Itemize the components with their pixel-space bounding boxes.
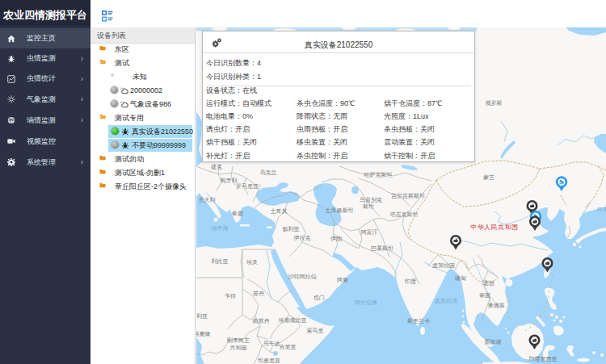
- svg-text:中华人民共和国: 中华人民共和国: [470, 224, 519, 231]
- svg-text:南苏丹: 南苏丹: [253, 318, 270, 324]
- svg-text:沙特阿拉伯: 沙特阿拉伯: [288, 274, 317, 280]
- svg-text:印度尼西亚: 印度尼西亚: [529, 356, 558, 362]
- svg-text:共和国: 共和国: [230, 345, 247, 351]
- svg-text:肯尼亚: 肯尼亚: [280, 344, 297, 349]
- svg-text:斯坦: 斯坦: [363, 203, 374, 209]
- svg-text:乍得: 乍得: [225, 293, 236, 299]
- svg-text:印度: 印度: [405, 278, 416, 285]
- svg-text:阿曼: 阿曼: [337, 277, 348, 283]
- svg-text:柬埔寨: 柬埔寨: [488, 302, 505, 309]
- svg-text:希腊: 希腊: [231, 211, 243, 217]
- svg-text:缅甸: 缅甸: [455, 275, 466, 282]
- svg-text:意大利: 意大利: [199, 197, 216, 203]
- svg-text:新加坡: 新加坡: [485, 338, 502, 345]
- svg-text:老挝: 老挝: [483, 280, 494, 287]
- svg-text:叙利亚: 叙利亚: [283, 226, 300, 232]
- svg-text:刚果民主: 刚果民主: [227, 337, 250, 344]
- svg-text:乌干达: 乌干达: [263, 341, 280, 346]
- svg-text:泰国: 泰国: [479, 292, 490, 299]
- svg-text:阿富汗: 阿富汗: [361, 228, 378, 236]
- svg-text:埃塞俄比亚: 埃塞俄比亚: [278, 317, 307, 324]
- svg-text:乌克兰: 乌克兰: [260, 169, 277, 176]
- svg-text:索马里: 索马里: [307, 328, 324, 333]
- svg-text:伊朗: 伊朗: [330, 236, 342, 241]
- svg-text:斯里兰卡: 斯里兰卡: [407, 318, 430, 324]
- svg-text:罗马尼亚: 罗马尼亚: [236, 183, 259, 190]
- svg-text:孟加拉国: 孟加拉国: [432, 262, 455, 269]
- svg-text:坦桑尼亚: 坦桑尼亚: [257, 358, 280, 364]
- svg-text:土耳其: 土耳其: [271, 208, 288, 215]
- svg-text:地中海: 地中海: [211, 225, 229, 232]
- svg-text:蒙古: 蒙古: [483, 174, 494, 181]
- svg-text:塔吉克斯坦: 塔吉克斯坦: [389, 211, 419, 218]
- svg-text:尼日利亚: 尼日利亚: [196, 313, 208, 320]
- svg-text:土库曼斯坦: 土库曼斯坦: [326, 207, 354, 214]
- svg-text:孟加拉湾: 孟加拉湾: [435, 298, 457, 304]
- svg-text:捷克: 捷克: [211, 164, 222, 170]
- svg-text:哈萨克斯坦: 哈萨克斯坦: [364, 172, 393, 178]
- svg-text:吉尔吉斯斯坦: 吉尔吉斯斯坦: [391, 193, 425, 199]
- svg-text:埃及: 埃及: [246, 259, 258, 265]
- svg-text:日本海: 日本海: [597, 207, 606, 213]
- svg-text:俄罗斯: 俄罗斯: [486, 100, 503, 107]
- svg-text:乌兹别克: 乌兹别克: [360, 197, 382, 203]
- svg-text:阿拉伯海: 阿拉伯海: [355, 299, 377, 306]
- svg-text:巴基斯坦: 巴基斯坦: [371, 245, 393, 251]
- svg-text:匈牙利: 匈牙利: [221, 178, 238, 184]
- svg-text:苏丹: 苏丹: [253, 291, 264, 296]
- svg-text:利比亚: 利比亚: [212, 258, 229, 265]
- svg-text:也门: 也门: [314, 295, 325, 300]
- svg-text:伊拉克: 伊拉克: [294, 235, 311, 241]
- svg-text:喀麦隆: 喀麦隆: [196, 331, 211, 337]
